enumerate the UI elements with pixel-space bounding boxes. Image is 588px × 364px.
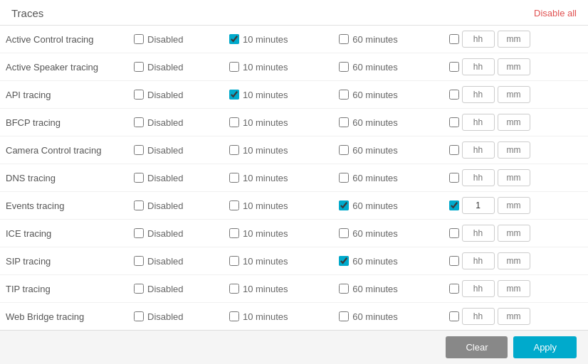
sixty-min-label: 60 minutes	[352, 200, 398, 211]
hh-input[interactable]	[462, 252, 495, 269]
sixty-min-cell: 60 minutes	[333, 136, 443, 164]
sixty-min-checkbox[interactable]	[339, 34, 349, 44]
ten-min-checkbox[interactable]	[229, 117, 239, 127]
hh-input[interactable]	[462, 141, 495, 159]
mm-input[interactable]	[498, 308, 530, 325]
custom-time-checkbox[interactable]	[449, 90, 459, 100]
custom-time-checkbox[interactable]	[449, 62, 459, 72]
mm-input[interactable]	[498, 225, 530, 242]
disabled-checkbox[interactable]	[134, 90, 144, 100]
disabled-label: Disabled	[147, 34, 184, 45]
mm-input[interactable]	[498, 169, 530, 186]
ten-min-checkbox[interactable]	[229, 256, 239, 266]
sixty-min-cell: 60 minutes	[333, 164, 443, 192]
sixty-min-cell: 60 minutes	[333, 53, 443, 81]
ten-min-checkbox[interactable]	[229, 62, 239, 72]
mm-input[interactable]	[498, 31, 530, 48]
mm-input[interactable]	[498, 141, 530, 159]
table-row: API tracingDisabled10 minutes60 minutes	[0, 81, 588, 109]
disable-all-button[interactable]: Disable all	[534, 8, 577, 18]
disabled-checkbox[interactable]	[134, 228, 144, 238]
table-row: DNS tracingDisabled10 minutes60 minutes	[0, 164, 588, 192]
custom-time-checkbox[interactable]	[449, 117, 459, 127]
hh-input[interactable]	[462, 280, 495, 297]
sixty-min-checkbox[interactable]	[339, 145, 349, 155]
table-row: Active Speaker tracingDisabled10 minutes…	[0, 53, 588, 81]
ten-min-label: 10 minutes	[243, 228, 288, 239]
custom-time-checkbox[interactable]	[449, 145, 459, 155]
trace-name-cell: TIP tracing	[0, 275, 128, 303]
hh-input[interactable]	[462, 308, 495, 325]
disabled-checkbox[interactable]	[134, 200, 144, 210]
ten-min-checkbox[interactable]	[229, 34, 239, 44]
ten-min-cell: 10 minutes	[224, 53, 333, 81]
sixty-min-checkbox[interactable]	[339, 173, 349, 183]
custom-time-checkbox[interactable]	[449, 34, 459, 44]
disabled-checkbox[interactable]	[134, 117, 144, 127]
ten-min-checkbox[interactable]	[229, 90, 239, 100]
ten-min-checkbox[interactable]	[229, 311, 239, 321]
disabled-label: Disabled	[147, 284, 184, 294]
hh-input[interactable]	[462, 197, 495, 214]
table-row: ICE tracingDisabled10 minutes60 minutes	[0, 220, 588, 247]
disabled-label: Disabled	[147, 311, 184, 322]
disabled-checkbox[interactable]	[134, 34, 144, 44]
sixty-min-checkbox[interactable]	[339, 117, 349, 127]
sixty-min-checkbox[interactable]	[339, 200, 349, 210]
ten-min-label: 10 minutes	[243, 311, 288, 322]
sixty-min-cell: 60 minutes	[333, 220, 443, 247]
sixty-min-label: 60 minutes	[352, 90, 398, 100]
ten-min-checkbox[interactable]	[229, 284, 239, 294]
traces-table: Active Control tracingDisabled10 minutes…	[0, 26, 588, 331]
apply-button[interactable]: Apply	[513, 336, 577, 358]
mm-input[interactable]	[498, 197, 530, 214]
mm-input[interactable]	[498, 280, 530, 297]
clear-button[interactable]: Clear	[446, 336, 508, 358]
mm-input[interactable]	[498, 86, 530, 103]
ten-min-cell: 10 minutes	[224, 109, 333, 136]
sixty-min-label: 60 minutes	[352, 256, 398, 267]
sixty-min-checkbox[interactable]	[339, 90, 349, 100]
time-cell	[443, 220, 588, 247]
hh-input[interactable]	[462, 114, 495, 131]
disabled-checkbox[interactable]	[134, 284, 144, 294]
ten-min-label: 10 minutes	[243, 90, 288, 100]
disabled-cell: Disabled	[128, 136, 224, 164]
hh-input[interactable]	[462, 31, 495, 48]
custom-time-checkbox[interactable]	[449, 173, 459, 183]
mm-input[interactable]	[498, 58, 530, 75]
hh-input[interactable]	[462, 86, 495, 103]
custom-time-checkbox[interactable]	[449, 256, 459, 266]
ten-min-checkbox[interactable]	[229, 173, 239, 183]
table-row: Web Bridge tracingDisabled10 minutes60 m…	[0, 303, 588, 331]
hh-input[interactable]	[462, 225, 495, 242]
sixty-min-checkbox[interactable]	[339, 228, 349, 238]
time-cell	[443, 81, 588, 109]
trace-name-cell: Active Speaker tracing	[0, 53, 128, 81]
disabled-checkbox[interactable]	[134, 311, 144, 321]
custom-time-checkbox[interactable]	[449, 311, 459, 321]
disabled-checkbox[interactable]	[134, 256, 144, 266]
disabled-checkbox[interactable]	[134, 145, 144, 155]
ten-min-checkbox[interactable]	[229, 228, 239, 238]
ten-min-cell: 10 minutes	[224, 81, 333, 109]
time-cell	[443, 53, 588, 81]
hh-input[interactable]	[462, 58, 495, 75]
sixty-min-checkbox[interactable]	[339, 311, 349, 321]
disabled-checkbox[interactable]	[134, 173, 144, 183]
sixty-min-label: 60 minutes	[352, 228, 398, 239]
disabled-label: Disabled	[147, 117, 184, 128]
ten-min-checkbox[interactable]	[229, 200, 239, 210]
hh-input[interactable]	[462, 169, 495, 186]
custom-time-checkbox[interactable]	[449, 200, 459, 210]
sixty-min-checkbox[interactable]	[339, 284, 349, 294]
custom-time-checkbox[interactable]	[449, 228, 459, 238]
disabled-checkbox[interactable]	[134, 62, 144, 72]
custom-time-checkbox[interactable]	[449, 284, 459, 294]
sixty-min-checkbox[interactable]	[339, 256, 349, 266]
time-cell	[443, 136, 588, 164]
mm-input[interactable]	[498, 114, 530, 131]
sixty-min-checkbox[interactable]	[339, 62, 349, 72]
mm-input[interactable]	[498, 252, 530, 269]
ten-min-checkbox[interactable]	[229, 145, 239, 155]
